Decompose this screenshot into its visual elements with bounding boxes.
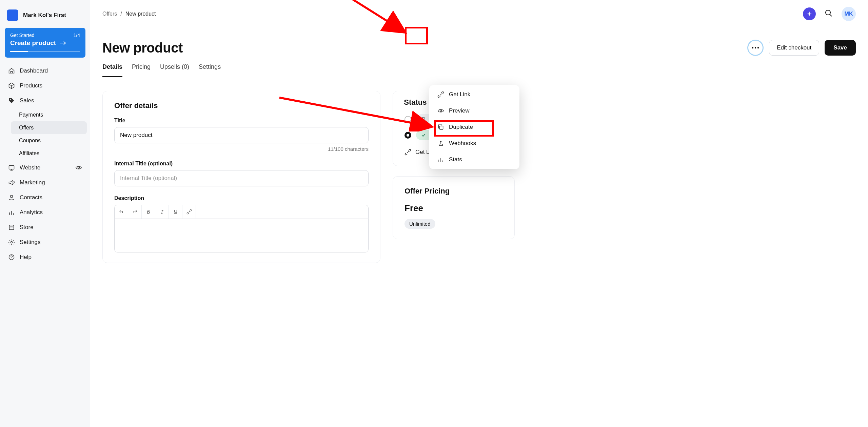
tab-settings[interactable]: Settings bbox=[199, 63, 221, 77]
dropdown-label: Preview bbox=[449, 107, 469, 114]
editor-toolbar bbox=[114, 205, 369, 219]
editor-link[interactable] bbox=[182, 205, 196, 219]
workspace-switcher[interactable]: Mark Kol's First bbox=[3, 9, 87, 28]
editor-bold[interactable] bbox=[142, 205, 155, 219]
eye-icon bbox=[75, 164, 82, 171]
editor-italic[interactable] bbox=[155, 205, 169, 219]
radio-selected[interactable] bbox=[405, 132, 411, 139]
subnav-offers[interactable]: Offers bbox=[11, 121, 87, 134]
nav-label: Dashboard bbox=[20, 67, 48, 74]
onboard-progress-text: 1/4 bbox=[74, 33, 80, 38]
page-header: New product Edit checkout Save bbox=[102, 40, 856, 56]
pricing-title: Offer Pricing bbox=[405, 187, 503, 196]
main-content: Offers / New product MK New product bbox=[90, 0, 868, 427]
nav-label: Analytics bbox=[20, 209, 43, 216]
tab-pricing[interactable]: Pricing bbox=[132, 63, 151, 77]
onboard-label: Get Started bbox=[10, 33, 35, 38]
nav-dashboard[interactable]: Dashboard bbox=[3, 64, 87, 78]
svg-point-6 bbox=[826, 10, 830, 15]
page-title: New product bbox=[102, 40, 183, 56]
nav-sales[interactable]: Sales bbox=[3, 94, 87, 108]
editor-undo[interactable] bbox=[115, 205, 128, 219]
pricing-card: Offer Pricing Free Unlimited bbox=[393, 176, 515, 239]
user-icon bbox=[8, 194, 15, 201]
link-icon bbox=[186, 209, 192, 215]
bold-icon bbox=[146, 209, 151, 215]
link-icon bbox=[405, 149, 411, 156]
more-actions-button[interactable] bbox=[747, 40, 764, 56]
dropdown-duplicate[interactable]: Duplicate bbox=[429, 119, 519, 135]
dropdown-get-link[interactable]: Get Link bbox=[429, 86, 519, 103]
nav-help[interactable]: Help bbox=[3, 250, 87, 264]
edit-checkout-button[interactable]: Edit checkout bbox=[769, 40, 819, 56]
gear-icon bbox=[8, 239, 15, 246]
onboard-cta: Create product bbox=[10, 39, 56, 47]
file-icon bbox=[421, 117, 426, 122]
check-icon bbox=[421, 133, 426, 138]
nav-label: Contacts bbox=[20, 194, 42, 201]
eye-icon bbox=[437, 107, 444, 114]
topbar: Offers / New product MK bbox=[90, 0, 868, 28]
bars-icon bbox=[8, 209, 15, 216]
card-title: Offer details bbox=[114, 101, 369, 110]
description-label: Description bbox=[114, 195, 369, 201]
internal-title-input[interactable] bbox=[114, 170, 369, 186]
user-avatar[interactable]: MK bbox=[842, 7, 856, 21]
internal-title-label: Internal Title (optional) bbox=[114, 161, 369, 167]
title-input[interactable] bbox=[114, 127, 369, 143]
svg-point-2 bbox=[78, 167, 80, 169]
search-icon bbox=[825, 9, 833, 17]
workspace-name: Mark Kol's First bbox=[23, 12, 66, 19]
breadcrumb-parent[interactable]: Offers bbox=[102, 11, 117, 17]
editor-underline[interactable] bbox=[169, 205, 182, 219]
save-button[interactable]: Save bbox=[825, 40, 856, 56]
more-horizontal-icon bbox=[752, 47, 759, 49]
onboard-progress-bar bbox=[10, 51, 80, 52]
svg-point-3 bbox=[11, 195, 13, 198]
link-icon bbox=[437, 91, 444, 98]
dropdown-stats[interactable]: Stats bbox=[429, 151, 519, 168]
ai-spark-button[interactable] bbox=[803, 7, 816, 20]
subnav-payments[interactable]: Payments bbox=[11, 108, 87, 121]
dropdown-webhooks[interactable]: Webhooks bbox=[429, 135, 519, 151]
breadcrumb-sep: / bbox=[120, 11, 122, 17]
svg-point-7 bbox=[752, 47, 753, 48]
nav-marketing[interactable]: Marketing bbox=[3, 176, 87, 190]
description-editor[interactable] bbox=[114, 219, 369, 252]
dropdown-label: Duplicate bbox=[449, 124, 473, 130]
dropdown-preview[interactable]: Preview bbox=[429, 103, 519, 119]
svg-rect-1 bbox=[9, 165, 14, 169]
search-button[interactable] bbox=[825, 9, 833, 19]
breadcrumb: Offers / New product bbox=[102, 11, 156, 17]
sales-subnav: Payments Offers Coupons Affiliates bbox=[11, 108, 87, 160]
offer-details-card: Offer details Title 11/100 characters In… bbox=[102, 91, 380, 263]
italic-icon bbox=[159, 209, 165, 215]
nav-label: Store bbox=[20, 224, 34, 231]
dropdown-label: Webhooks bbox=[449, 140, 476, 147]
nav-settings[interactable]: Settings bbox=[3, 235, 87, 249]
radio-unselected[interactable] bbox=[405, 116, 411, 123]
copy-icon bbox=[437, 124, 444, 130]
dropdown-label: Get Link bbox=[449, 91, 470, 98]
svg-point-9 bbox=[757, 47, 759, 48]
nav-analytics[interactable]: Analytics bbox=[3, 205, 87, 220]
nav-label: Marketing bbox=[20, 179, 45, 186]
nav-contacts[interactable]: Contacts bbox=[3, 190, 87, 205]
char-count: 11/100 characters bbox=[114, 146, 369, 152]
onboarding-card[interactable]: Get Started 1/4 Create product bbox=[5, 28, 85, 58]
tab-upsells[interactable]: Upsells (0) bbox=[160, 63, 189, 77]
nav-store[interactable]: Store bbox=[3, 220, 87, 235]
tab-details[interactable]: Details bbox=[102, 63, 122, 77]
redo-icon bbox=[132, 209, 138, 215]
stats-icon bbox=[437, 156, 444, 163]
nav-website[interactable]: Website bbox=[3, 161, 87, 175]
help-icon bbox=[8, 254, 15, 261]
breadcrumb-current: New product bbox=[125, 11, 156, 17]
store-icon bbox=[8, 224, 15, 231]
subnav-affiliates[interactable]: Affiliates bbox=[11, 147, 87, 160]
nav-label: Website bbox=[20, 164, 40, 171]
arrow-right-icon bbox=[59, 41, 67, 45]
subnav-coupons[interactable]: Coupons bbox=[11, 134, 87, 147]
editor-redo[interactable] bbox=[128, 205, 142, 219]
nav-products[interactable]: Products bbox=[3, 79, 87, 93]
